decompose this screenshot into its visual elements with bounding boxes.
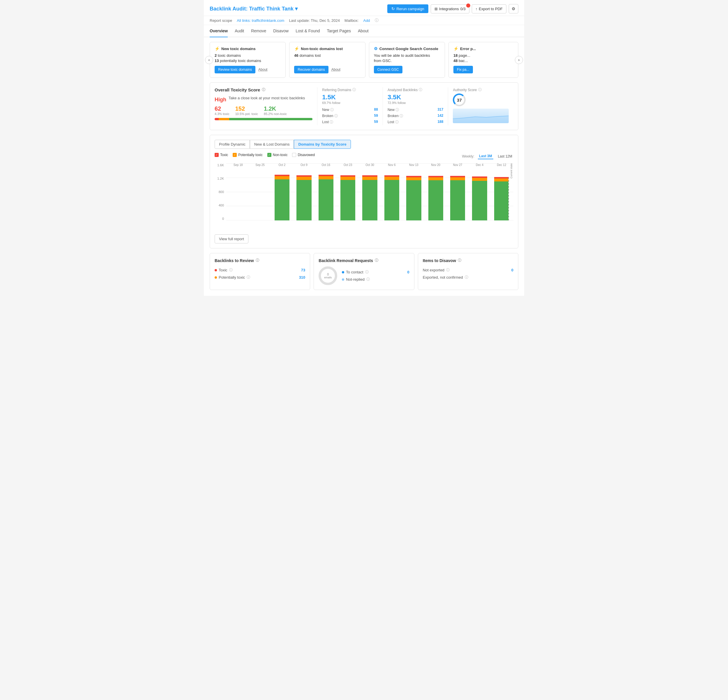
alert-card-gsc: ⚙ Connect Google Search Console You will… [369, 42, 445, 78]
metric-main-backlinks: 3.5K [388, 94, 443, 101]
exp-not-confirmed-info-icon[interactable]: ⓘ [465, 275, 468, 280]
removal-text-contact: To contact [346, 270, 363, 274]
referring-info-icon[interactable]: ⓘ [352, 87, 356, 92]
integrations-icon: ⊞ [435, 7, 438, 11]
toxicity-title: Overall Toxicity Score ⓘ [215, 87, 312, 92]
gear-icon: ⚙ [511, 6, 516, 11]
tox-count-red: 62 [215, 105, 230, 112]
fix-pages-button[interactable]: Fix pa... [454, 66, 473, 74]
alert-card-actions-toxic: Review toxic domains About [215, 66, 281, 74]
disavow-info-icon[interactable]: ⓘ [458, 258, 461, 263]
rerun-label: Rerun campaign [396, 7, 424, 11]
tab-audit[interactable]: Audit [235, 25, 244, 37]
removal-info-icon[interactable]: ⓘ [375, 258, 378, 263]
gear-button[interactable]: ⚙ [509, 4, 519, 13]
integrations-label: Integrations [439, 7, 459, 11]
xlabel-nov20: Nov 20 [425, 163, 446, 167]
disavow-row-exp-not-confirmed: Exported, not confirmed ⓘ [423, 274, 513, 281]
removal-donut: 0 emails [319, 266, 337, 285]
chart-tab-new-lost[interactable]: New & Lost Domains [250, 140, 294, 149]
chart-legend: ✓ Toxic ✓ Potentially toxic ✓ Non-toxic … [215, 153, 315, 157]
alert-card-actions-lost: Recover domains About [294, 66, 360, 74]
tox-count-green: 1.2K [264, 105, 287, 112]
tab-lost-found[interactable]: Lost & Found [296, 25, 320, 37]
metric-row-lost-ref: Lost ⓘ 59 [322, 119, 378, 125]
xlabel-nov6: Nov 6 [381, 163, 402, 167]
tab-overview[interactable]: Overview [209, 25, 228, 37]
title-prefix: Backlink Audit: [209, 6, 247, 12]
legend-label-non-toxic: Non-toxic [273, 153, 288, 157]
not-replied-info-icon[interactable]: ⓘ [366, 277, 370, 282]
bar-col-nov27 [447, 163, 468, 221]
not-exported-info-icon[interactable]: ⓘ [446, 268, 449, 273]
review-toxic-button[interactable]: Review toxic domains [215, 66, 256, 74]
metric-title-backlinks: Analyzed Backlinks ⓘ [388, 87, 443, 92]
about-button-toxic[interactable]: About [258, 68, 267, 72]
review-label-pot: Potentially toxic ⓘ [215, 275, 250, 280]
tox-count-orange: 152 [235, 105, 258, 112]
tox-num-orange: 152 10.5% pot. toxic [235, 105, 258, 115]
legend-non-toxic: ✓ Non-toxic [267, 153, 288, 157]
bar-chart-yaxis: 1.6K 1.2K 800 400 0 [215, 163, 225, 221]
chart-controls: ✓ Toxic ✓ Potentially toxic ✓ Non-toxic … [215, 153, 513, 160]
chart-tab-toxicity[interactable]: Domains by Toxicity Score [294, 140, 351, 149]
toxicity-info-icon[interactable]: ⓘ [262, 87, 265, 92]
legend-label-disavowed: Disavowed [298, 153, 315, 157]
disavow-text-exp-not-confirmed: Exported, not confirmed [423, 275, 463, 280]
scope-label: Report scope [209, 18, 232, 23]
recover-domains-button[interactable]: Recover domains [294, 66, 328, 74]
tab-remove[interactable]: Remove [251, 25, 266, 37]
nav-tabs: Overview Audit Remove Disavow Lost & Fou… [204, 25, 524, 37]
view-full-button[interactable]: View full report [215, 234, 248, 244]
donut-count: 0 [327, 273, 329, 276]
toxic-info-icon[interactable]: ⓘ [229, 268, 233, 273]
toxicity-section: Overall Toxicity Score ⓘ High Take a clo… [204, 82, 524, 135]
metric-title-authority: Authority Score ⓘ [453, 87, 509, 92]
yaxis-800: 800 [215, 190, 224, 193]
alert-cards: ⚡ New toxic domains 2 toxic domains 13 p… [209, 42, 519, 78]
about-button-lost[interactable]: About [331, 68, 340, 72]
review-info-icon[interactable]: ⓘ [256, 258, 259, 263]
xlabel-sep18: Sep 18 [227, 163, 249, 167]
rerun-button[interactable]: ↻ Rerun campaign [387, 4, 428, 13]
toxicity-box: Overall Toxicity Score ⓘ High Take a clo… [209, 82, 519, 130]
carousel-prev-button[interactable]: ‹ [205, 56, 213, 64]
disavow-text-not-exported: Not exported [423, 268, 444, 272]
dropdown-icon[interactable]: ▾ [295, 6, 298, 12]
disavow-val-not-exported: 0 [511, 268, 513, 272]
pot-toxic-info-icon[interactable]: ⓘ [247, 275, 250, 280]
tab-target-pages[interactable]: Target Pages [327, 25, 351, 37]
removal-label-contact: To contact ⓘ [342, 270, 368, 274]
alert-card-actions-gsc: Connect GSC [374, 66, 440, 74]
rerun-icon: ↻ [391, 6, 395, 11]
toxicity-subtitle: Take a close look at your most toxic bac… [228, 96, 305, 100]
yaxis-1600: 1.6K [215, 163, 224, 167]
tox-bar-orange [219, 118, 229, 120]
scope-link[interactable]: All links: trafficthinktank.com [237, 18, 284, 23]
metric-title-referring: Referring Domains ⓘ [322, 87, 378, 92]
bottom-card-title-removal: Backlink Removal Requests ⓘ [319, 258, 409, 263]
review-val-pot: 310 [299, 275, 305, 280]
bar-col-nov20 [425, 163, 446, 221]
chart-tab-profile[interactable]: Profile Dynamic [215, 140, 250, 149]
bottom-card-removal: Backlink Removal Requests ⓘ 0 emails To … [313, 253, 414, 290]
time-btn-12m[interactable]: Last 12M [497, 154, 513, 159]
carousel-next-button[interactable]: › [515, 56, 523, 64]
review-row-toxic: Toxic ⓘ 73 [215, 266, 305, 274]
backlinks-info-icon[interactable]: ⓘ [419, 87, 422, 92]
mailbox-add-link[interactable]: Add [363, 18, 370, 23]
integrations-button[interactable]: ⊞ Integrations 0/3 [431, 4, 469, 13]
tab-about[interactable]: About [358, 25, 369, 37]
dot-contact [342, 271, 344, 273]
export-button[interactable]: ↑ Export to PDF [472, 4, 506, 13]
authority-info-icon[interactable]: ⓘ [478, 87, 482, 92]
connect-gsc-button[interactable]: Connect GSC [374, 66, 402, 74]
legend-label-pot-toxic: Potentially toxic [238, 153, 262, 157]
integrations-count: 0/3 [461, 7, 466, 11]
tab-disavow[interactable]: Disavow [273, 25, 289, 37]
contact-info-icon[interactable]: ⓘ [365, 270, 369, 274]
bar-labels-row: Sep 18 Sep 25 Oct 2 Oct 9 Oct 16 Oct 23 … [226, 163, 513, 167]
legend-box-disavowed [292, 153, 296, 157]
alert-title-lost: Non-toxic domains lost [301, 46, 343, 51]
time-btn-3m[interactable]: Last 3M [478, 153, 493, 159]
